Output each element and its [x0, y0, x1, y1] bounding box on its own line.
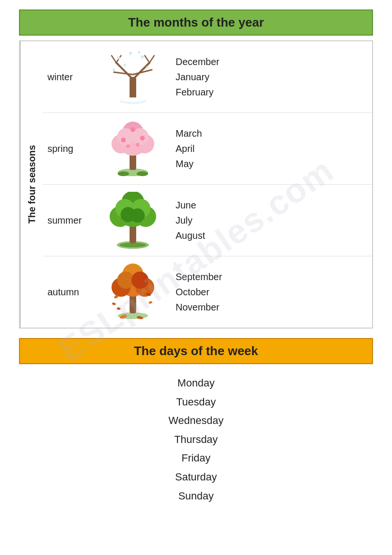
- days-list: Monday Tuesday Wednesday Thursday Friday…: [19, 369, 373, 510]
- months-title: The months of the year: [128, 15, 264, 29]
- season-row-winter: winter: [43, 41, 372, 113]
- svg-point-13: [124, 64, 126, 66]
- svg-point-12: [141, 56, 144, 58]
- tree-spring: [100, 120, 166, 177]
- svg-point-31: [118, 171, 129, 176]
- svg-line-4: [114, 72, 133, 75]
- svg-point-57: [148, 301, 152, 304]
- season-name-winter: winter: [47, 72, 100, 83]
- season-name-summer: summer: [47, 215, 100, 226]
- season-row-spring: spring: [43, 113, 372, 185]
- day-sunday: Sunday: [19, 487, 373, 506]
- summer-months: June July August: [166, 198, 205, 243]
- winter-months: December January February: [166, 54, 219, 100]
- seasons-section: The four seasons winter: [19, 40, 373, 329]
- svg-point-26: [121, 138, 126, 142]
- svg-point-14: [138, 51, 140, 54]
- svg-line-6: [112, 56, 116, 63]
- tree-winter: [100, 48, 166, 105]
- page-content: ESLprintables.com The months of the year…: [19, 9, 373, 510]
- tree-summer: [100, 192, 166, 249]
- svg-line-8: [145, 56, 149, 63]
- day-wednesday: Wednesday: [19, 411, 373, 430]
- autumn-months: September October November: [166, 269, 222, 315]
- day-monday: Monday: [19, 374, 373, 393]
- svg-point-29: [126, 144, 130, 148]
- day-thursday: Thursday: [19, 430, 373, 449]
- season-name-autumn: autumn: [47, 287, 100, 298]
- svg-point-16: [113, 69, 115, 71]
- svg-point-30: [136, 143, 140, 147]
- svg-line-9: [149, 56, 154, 63]
- seasons-sidebar-label: The four seasons: [20, 41, 43, 328]
- svg-point-15: [146, 66, 149, 69]
- svg-point-56: [112, 302, 116, 306]
- svg-point-42: [131, 208, 145, 223]
- season-name-spring: spring: [47, 143, 100, 154]
- day-tuesday: Tuesday: [19, 393, 373, 412]
- days-title: The days of the week: [134, 344, 258, 358]
- day-friday: Friday: [19, 449, 373, 468]
- svg-point-32: [137, 171, 148, 176]
- svg-point-28: [140, 136, 145, 141]
- season-row-summer: summer: [43, 185, 372, 256]
- svg-point-11: [129, 52, 132, 55]
- svg-point-17: [121, 97, 145, 102]
- svg-point-10: [117, 56, 120, 59]
- svg-point-27: [131, 127, 135, 132]
- season-row-autumn: autumn: [43, 256, 372, 328]
- days-header: The days of the week: [19, 338, 373, 364]
- day-saturday: Saturday: [19, 468, 373, 487]
- seasons-content: winter: [43, 41, 372, 328]
- svg-point-43: [120, 243, 146, 247]
- svg-point-53: [131, 272, 149, 289]
- svg-point-58: [117, 307, 121, 310]
- tree-autumn: [100, 263, 166, 320]
- spring-months: March April May: [166, 126, 202, 171]
- months-header: The months of the year: [19, 9, 373, 36]
